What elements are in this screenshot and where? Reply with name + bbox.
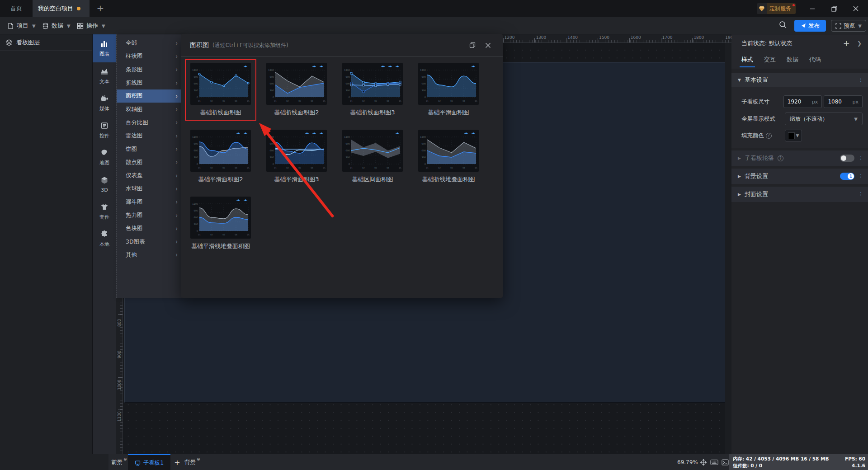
chevron-down-icon: ▼ (102, 24, 105, 28)
add-circle-icon[interactable]: ⊕ (123, 457, 127, 461)
chevron-right-icon: › (175, 238, 178, 246)
category-item-6[interactable]: 双轴图› (117, 103, 184, 116)
inspector-tab-1[interactable]: 样式 (741, 56, 753, 67)
component-card-4[interactable]: 120090060030000102030405基础平滑面积图 (418, 63, 479, 117)
ruler-number: 800 (117, 319, 122, 327)
category-item-3[interactable]: 条形图› (117, 63, 184, 76)
category-label: 散点图 (126, 159, 143, 166)
rail-item-2[interactable]: 文本 (93, 62, 116, 89)
rail-item-1[interactable]: 图表 (93, 34, 116, 62)
category-item-14[interactable]: 热力图› (117, 209, 184, 222)
svg-text:0: 0 (425, 96, 426, 99)
more-options-icon[interactable]: ⋮ (858, 157, 863, 159)
rail-item-4[interactable]: 控件 (93, 117, 116, 144)
fullscreen-label: 全屏显示模式 (741, 115, 785, 123)
chevron-right-icon: › (175, 39, 178, 47)
svg-text:1200: 1200 (344, 136, 350, 138)
component-card-5[interactable]: 120090060030000102030405基础平滑面积图2 (190, 130, 251, 183)
menu-operations[interactable]: 操作▼ (77, 17, 105, 34)
category-item-11[interactable]: 仪表盘› (117, 169, 184, 182)
section-background[interactable]: ▶ 背景设置 1 ⋮ (731, 169, 868, 184)
puzzle-icon (100, 230, 108, 240)
foreground-tab[interactable]: 前景⊕ (111, 454, 126, 470)
publish-button[interactable]: 发布 (794, 20, 826, 32)
component-card-7[interactable]: 120090060030000102030405基础区间面积图 (342, 130, 403, 183)
fullscreen-select[interactable]: 缩放（不滚动） ▼ (785, 113, 863, 125)
minimize-button[interactable] (802, 0, 822, 17)
svg-text:600: 600 (345, 82, 350, 85)
category-item-17[interactable]: 其他› (117, 249, 184, 262)
rail-item-8[interactable]: 本地 (93, 225, 116, 252)
category-item-10[interactable]: 散点图› (117, 156, 184, 169)
svg-text:02: 02 (438, 100, 441, 102)
chevron-right-icon[interactable]: ❯ (857, 40, 862, 47)
inspector-tab-3[interactable]: 数据 (787, 56, 798, 67)
rail-item-7[interactable]: 套件 (93, 198, 116, 225)
detach-window-icon[interactable] (467, 39, 478, 51)
component-card-3[interactable]: 120090060030000102030405基础折线面积图3 (342, 63, 403, 117)
fill-color-picker[interactable]: ▼ (785, 130, 802, 141)
height-input[interactable]: 1080 px (824, 95, 863, 108)
section-cover[interactable]: ▶ 封面设置 ⋮ (731, 187, 868, 202)
category-item-8[interactable]: 雷达图› (117, 129, 184, 142)
svg-text:01: 01 (350, 167, 353, 169)
component-card-8[interactable]: 120090060030000102030405基础折线堆叠面积图 (418, 130, 479, 183)
carousel-toggle[interactable] (840, 155, 854, 162)
inspector-panel: 当前状态: 默认状态 + ❯ 样式交互数据代码 ▼ 基本设置 ⋮ 子看板尺寸 1… (731, 34, 868, 454)
subboard-tab[interactable]: 子看板1 (128, 454, 170, 470)
console-icon[interactable] (721, 458, 729, 466)
background-toggle[interactable]: 1 (840, 173, 854, 180)
more-options-icon[interactable]: ⋮ (858, 175, 863, 177)
inspector-tab-2[interactable]: 交互 (764, 56, 776, 67)
category-item-13[interactable]: 漏斗图› (117, 196, 184, 209)
category-item-2[interactable]: 柱状图› (117, 50, 184, 63)
more-options-icon[interactable]: ⋮ (858, 193, 863, 195)
preview-button[interactable]: 预览 ▼ (831, 20, 866, 32)
more-options-icon[interactable]: ⋮ (858, 79, 863, 81)
chevron-right-icon: › (175, 132, 178, 140)
search-icon[interactable] (778, 20, 788, 31)
restore-button[interactable] (824, 0, 844, 17)
new-tab-button[interactable]: + (93, 0, 108, 17)
tab-home[interactable]: 首页 (0, 0, 33, 17)
category-item-7[interactable]: 百分比图› (117, 116, 184, 129)
current-state-row: 当前状态: 默认状态 + ❯ (731, 34, 868, 52)
category-item-12[interactable]: 水球图› (117, 182, 184, 195)
add-circle-icon[interactable]: ⊕ (197, 457, 200, 461)
menu-project[interactable]: 项目▼ (7, 17, 36, 34)
category-item-4[interactable]: 折线图› (117, 76, 184, 89)
category-item-1[interactable]: 全部› (117, 37, 184, 50)
close-button[interactable] (846, 0, 866, 17)
tab-project[interactable]: 我的空白项目 (33, 0, 90, 17)
keyboard-shortcuts-icon[interactable] (710, 458, 718, 466)
category-item-5[interactable]: 面积图› (117, 89, 184, 103)
chevron-right-icon: › (175, 145, 178, 153)
component-card-6[interactable]: 120090060030000102030405基础平滑面积图3 (266, 130, 327, 183)
background-tab[interactable]: 背景⊕ (184, 454, 199, 470)
add-subboard-button[interactable]: + (173, 454, 182, 470)
svg-text:02: 02 (362, 100, 365, 102)
memory-label: 内存: (733, 456, 744, 462)
category-item-9[interactable]: 饼图› (117, 142, 184, 155)
svg-text:05: 05 (323, 100, 326, 102)
rail-item-3[interactable]: 媒体 (93, 89, 116, 117)
category-item-16[interactable]: 3D图表› (117, 235, 184, 248)
component-card-2[interactable]: 120090060030000102030405基础折线面积图2 (266, 63, 327, 117)
menu-data[interactable]: 数据▼ (42, 17, 71, 34)
category-item-15[interactable]: 色块图› (117, 222, 184, 235)
rail-item-5[interactable]: 地图 (93, 144, 116, 171)
ruler-major-tick (724, 38, 724, 42)
close-icon[interactable] (482, 39, 494, 51)
add-state-button[interactable]: + (843, 38, 850, 48)
custom-service-badge[interactable]: 定制服务 (757, 3, 796, 14)
zoom-level[interactable]: 69.79% (677, 454, 698, 470)
section-carousel[interactable]: ▶ 子看板轮播 ? ⋮ (731, 150, 868, 166)
width-input[interactable]: 1920 px (783, 95, 822, 108)
fit-screen-icon[interactable] (699, 458, 708, 466)
section-basic-settings[interactable]: ▼ 基本设置 ⋮ (731, 73, 868, 87)
ruler-major-tick (118, 409, 123, 409)
selection-highlight-box (185, 59, 256, 121)
inspector-tab-4[interactable]: 代码 (809, 56, 821, 67)
component-card-9[interactable]: 120090060030000102030405基础平滑线堆叠面积图 (190, 197, 251, 250)
rail-item-6[interactable]: 3D (93, 171, 116, 198)
